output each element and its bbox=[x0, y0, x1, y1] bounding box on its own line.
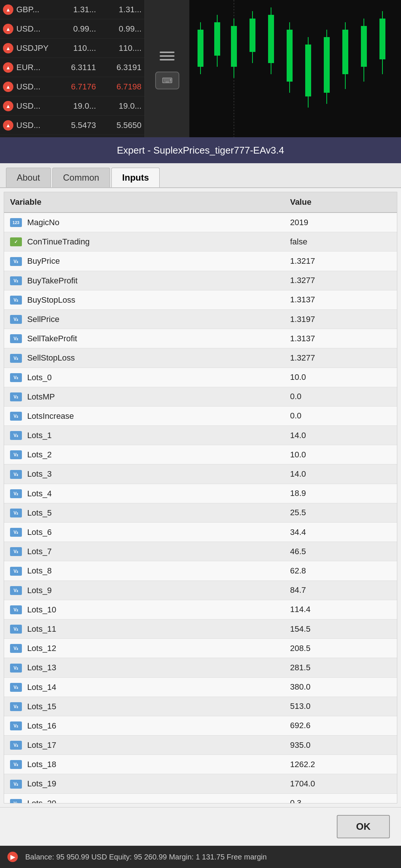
table-row[interactable]: V₂ Lots_4 18.9 bbox=[4, 484, 397, 503]
table-row[interactable]: 123 MagicNo 2019 bbox=[4, 213, 397, 232]
variable-name: BuyTakeProfit bbox=[27, 276, 78, 285]
cell-value: 84.7 bbox=[284, 581, 397, 600]
table-row[interactable]: V₂ Lots_14 380.0 bbox=[4, 677, 397, 697]
variable-name: Lots_2 bbox=[27, 450, 52, 459]
var-icon-val: V₂ bbox=[10, 431, 22, 440]
pair-name: USD... bbox=[16, 101, 53, 111]
top-controls: ⌨ bbox=[145, 0, 189, 137]
table-row[interactable]: V₂ Lots_3 14.0 bbox=[4, 464, 397, 484]
trading-item-6[interactable]: ▲ USD... 19.0... 19.0... bbox=[0, 96, 144, 116]
table-row[interactable]: V₂ SellPrice 1.3197 bbox=[4, 309, 397, 329]
ok-button[interactable]: OK bbox=[337, 815, 390, 838]
tab-bar: About Common Inputs bbox=[0, 163, 401, 188]
svg-rect-7 bbox=[231, 26, 237, 67]
variable-name: Lots_9 bbox=[27, 586, 52, 595]
inputs-table: Variable Value 123 MagicNo 2019 ✓ ConTin… bbox=[4, 192, 397, 803]
trading-item-5[interactable]: ▲ USD... 6.7176 6.7198 bbox=[0, 77, 144, 96]
table-row[interactable]: V₂ Lots_0 10.0 bbox=[4, 368, 397, 387]
table-row[interactable]: V₂ Lots_16 692.6 bbox=[4, 716, 397, 735]
expert-title: Expert - SuplexPrices_tiger777-EAv3.4 bbox=[117, 145, 284, 156]
candlestick-chart bbox=[189, 0, 401, 137]
direction-arrow: ▲ bbox=[3, 120, 13, 131]
table-row[interactable]: ✓ ConTinueTrading false bbox=[4, 232, 397, 251]
cell-value: 692.6 bbox=[284, 716, 397, 735]
var-icon-val: V₂ bbox=[10, 605, 22, 614]
hamburger-line bbox=[160, 52, 175, 53]
trading-item-4[interactable]: ▲ EUR... 6.3111 6.3191 bbox=[0, 58, 144, 77]
var-icon-val: V₂ bbox=[10, 799, 22, 803]
cell-variable: V₂ Lots_16 bbox=[4, 716, 284, 735]
cell-value: false bbox=[284, 232, 397, 251]
var-icon-val: V₂ bbox=[10, 373, 22, 382]
table-row[interactable]: V₂ Lots_6 34.4 bbox=[4, 523, 397, 542]
cell-variable: V₂ Lots_5 bbox=[4, 503, 284, 522]
svg-rect-21 bbox=[361, 26, 367, 67]
cell-variable: V₂ LotsMP bbox=[4, 387, 284, 406]
cell-variable: V₂ Lots_19 bbox=[4, 774, 284, 793]
price-bid: 1.31... bbox=[53, 5, 99, 14]
price-bid: 19.0... bbox=[53, 101, 99, 111]
variable-name: Lots_15 bbox=[27, 702, 56, 711]
table-row[interactable]: V₂ LotsMP 0.0 bbox=[4, 387, 397, 406]
trading-item-3[interactable]: ▲ USDJPY 110.... 110.... bbox=[0, 39, 144, 58]
table-row[interactable]: V₂ Lots_2 10.0 bbox=[4, 445, 397, 464]
variable-name: ConTinueTrading bbox=[27, 237, 89, 246]
variable-name: Lots_6 bbox=[27, 527, 52, 537]
table-row[interactable]: V₂ BuyTakeProfit 1.3277 bbox=[4, 271, 397, 290]
tab-inputs[interactable]: Inputs bbox=[111, 168, 160, 187]
cell-variable: V₂ Lots_2 bbox=[4, 445, 284, 464]
cell-variable: V₂ Lots_9 bbox=[4, 581, 284, 600]
tab-about[interactable]: About bbox=[6, 168, 51, 187]
svg-rect-5 bbox=[214, 22, 220, 56]
svg-rect-0 bbox=[189, 0, 401, 137]
var-icon-val: V₂ bbox=[10, 586, 22, 595]
table-row[interactable]: V₂ Lots_9 84.7 bbox=[4, 581, 397, 600]
table-row[interactable]: V₂ BuyStopLoss 1.3137 bbox=[4, 290, 397, 309]
table-row[interactable]: V₂ Lots_11 154.5 bbox=[4, 619, 397, 638]
table-row[interactable]: V₂ Lots_19 1704.0 bbox=[4, 774, 397, 793]
table-row[interactable]: V₂ Lots_17 935.0 bbox=[4, 736, 397, 755]
table-row[interactable]: V₂ Lots_15 513.0 bbox=[4, 697, 397, 716]
hamburger-button[interactable] bbox=[156, 48, 178, 64]
cell-value: 34.4 bbox=[284, 523, 397, 542]
inputs-table-container[interactable]: Variable Value 123 MagicNo 2019 ✓ ConTin… bbox=[4, 192, 397, 803]
table-row[interactable]: V₂ Lots_7 46.5 bbox=[4, 542, 397, 561]
column-variable: Variable bbox=[4, 192, 284, 213]
table-row[interactable]: V₂ SellTakeProfit 1.3137 bbox=[4, 329, 397, 348]
table-row[interactable]: V₂ Lots_8 62.8 bbox=[4, 561, 397, 581]
cell-variable: V₂ SellTakeProfit bbox=[4, 329, 284, 348]
table-row[interactable]: V₂ BuyPrice 1.3217 bbox=[4, 251, 397, 271]
svg-rect-13 bbox=[287, 30, 293, 82]
table-row[interactable]: V₂ Lots_18 1262.2 bbox=[4, 755, 397, 774]
table-row[interactable]: V₂ Lots_13 281.5 bbox=[4, 658, 397, 677]
chart-area bbox=[189, 0, 401, 137]
table-row[interactable]: V₂ LotsIncrease 0.0 bbox=[4, 406, 397, 425]
trading-item-1[interactable]: ▲ GBP... 1.31... 1.31... bbox=[0, 0, 144, 19]
var-icon-val: V₂ bbox=[10, 257, 22, 266]
variable-name: Lots_12 bbox=[27, 644, 56, 653]
variable-name: BuyPrice bbox=[27, 257, 60, 266]
dialog-footer: OK bbox=[0, 807, 401, 846]
table-row[interactable]: V₂ Lots_12 208.5 bbox=[4, 639, 397, 658]
price-bid: 0.99... bbox=[53, 24, 99, 34]
variable-name: Lots_0 bbox=[27, 373, 52, 382]
trading-item-2[interactable]: ▲ USD... 0.99... 0.99... bbox=[0, 19, 144, 39]
tab-common[interactable]: Common bbox=[52, 168, 110, 187]
table-row[interactable]: V₂ SellStopLoss 1.3277 bbox=[4, 348, 397, 368]
table-row[interactable]: V₂ Lots_5 25.5 bbox=[4, 503, 397, 522]
hamburger-line bbox=[160, 59, 175, 60]
trading-item-7[interactable]: ▲ USD... 5.5473 5.5650 bbox=[0, 116, 144, 135]
keyboard-button[interactable]: ⌨ bbox=[155, 72, 179, 89]
table-row[interactable]: V₂ Lots_1 14.0 bbox=[4, 426, 397, 445]
cell-value: 114.4 bbox=[284, 600, 397, 619]
table-row[interactable]: V₂ Lots_20 0.3 bbox=[4, 793, 397, 803]
cell-variable: V₂ BuyStopLoss bbox=[4, 290, 284, 309]
variable-name: Lots_19 bbox=[27, 779, 56, 789]
pair-name: GBP... bbox=[16, 5, 53, 14]
var-icon-val: V₂ bbox=[10, 509, 22, 517]
variable-name: SellTakeProfit bbox=[27, 334, 77, 343]
var-icon-val: V₂ bbox=[10, 547, 22, 556]
table-row[interactable]: V₂ Lots_10 114.4 bbox=[4, 600, 397, 619]
column-value: Value bbox=[284, 192, 397, 213]
cell-variable: V₂ Lots_11 bbox=[4, 619, 284, 638]
